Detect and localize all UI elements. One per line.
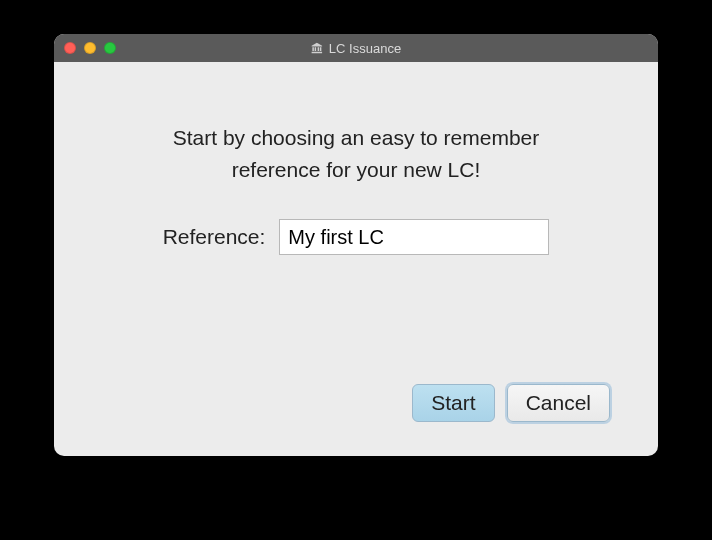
dialog-content: Start by choosing an easy to remember re…	[54, 62, 658, 456]
reference-row: Reference:	[94, 219, 618, 255]
minimize-window-button[interactable]	[84, 42, 96, 54]
instruction-text: Start by choosing an easy to remember re…	[94, 122, 618, 185]
svg-rect-2	[318, 47, 320, 51]
traffic-lights	[64, 42, 116, 54]
svg-rect-3	[320, 47, 322, 51]
window-title: LC Issuance	[329, 41, 401, 56]
svg-rect-1	[315, 47, 317, 51]
close-window-button[interactable]	[64, 42, 76, 54]
start-button[interactable]: Start	[412, 384, 494, 422]
button-row: Start Cancel	[94, 384, 618, 436]
svg-rect-4	[312, 52, 323, 54]
dialog-window: LC Issuance Start by choosing an easy to…	[54, 34, 658, 456]
svg-rect-0	[312, 47, 314, 51]
window-title-area: LC Issuance	[311, 41, 401, 56]
maximize-window-button[interactable]	[104, 42, 116, 54]
cancel-button[interactable]: Cancel	[507, 384, 610, 422]
titlebar: LC Issuance	[54, 34, 658, 62]
instruction-line-1: Start by choosing an easy to remember	[94, 122, 618, 154]
bank-icon	[311, 42, 323, 54]
reference-input[interactable]	[279, 219, 549, 255]
reference-label: Reference:	[163, 225, 266, 249]
instruction-line-2: reference for your new LC!	[94, 154, 618, 186]
